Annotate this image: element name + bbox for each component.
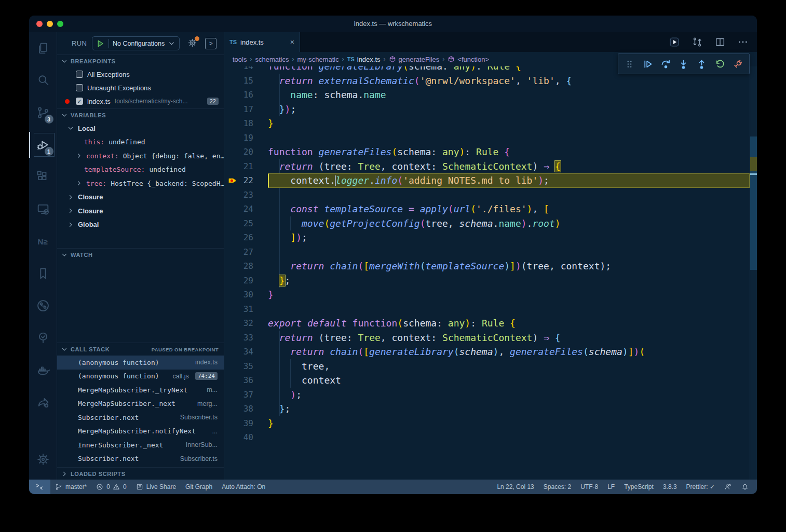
status-language-mode[interactable]: TypeScript (619, 480, 658, 494)
status-live-share[interactable]: Live Share (131, 480, 181, 494)
more-actions-icon[interactable] (737, 36, 749, 48)
activity-bar-item-nx-console[interactable]: N≥ (29, 225, 57, 257)
status-eol[interactable]: LF (603, 480, 619, 494)
step-out-icon[interactable] (696, 59, 707, 70)
overview-ruler-scrollbar[interactable] (750, 66, 757, 480)
line-number[interactable]: 35 (224, 359, 253, 374)
variables-scope-closure[interactable]: Closure (57, 190, 224, 204)
code-line-32[interactable]: 32export default function(schema: any): … (224, 316, 757, 331)
paused-breakpoint-arrow-icon[interactable] (228, 176, 238, 187)
code-line-18[interactable]: 18} (224, 116, 757, 131)
status-git-graph[interactable]: Git Graph (181, 480, 217, 494)
code-line-33[interactable]: 33 return (tree: Tree, context: Schemati… (224, 331, 757, 345)
variable-tree[interactable]: tree:HostTree {_backend: ScopedH… (57, 176, 224, 190)
status-git-branch[interactable]: master* (50, 480, 91, 494)
code-line-22[interactable]: 22 context.logger.info('adding NOTES.md … (224, 173, 757, 188)
code-line-34[interactable]: 34 return chain([generateLibrary(schema)… (224, 345, 757, 359)
call-stack-header[interactable]: CALL STACK PAUSED ON BREAKPOINT (57, 343, 224, 356)
code-line-30[interactable]: 30} (224, 288, 757, 302)
status-notifications[interactable] (737, 480, 754, 494)
breadcrumb-item-2[interactable]: schematics (255, 56, 289, 63)
code-line-38[interactable]: 38 }; (224, 402, 757, 416)
line-number[interactable]: 39 (224, 416, 253, 431)
call-stack-frame[interactable]: Subscriber.nextSubscriber.ts (57, 411, 224, 425)
line-number[interactable]: 40 (224, 430, 253, 445)
code-line-36[interactable]: 36 context (224, 373, 757, 388)
status-auto-attach[interactable]: Auto Attach: On (217, 480, 270, 494)
code-line-19[interactable]: 19 (224, 131, 757, 145)
variables-scope-local[interactable]: Local (57, 121, 224, 135)
scrollbar-thumb[interactable] (750, 137, 757, 270)
status-feedback[interactable] (720, 480, 737, 494)
breakpoint-checkbox[interactable]: ✓ (76, 98, 83, 105)
line-number[interactable]: 21 (224, 159, 253, 174)
code-line-27[interactable]: 27 (224, 245, 757, 260)
code-line-23[interactable]: 23 (224, 188, 757, 202)
code-line-37[interactable]: 37 ); (224, 388, 757, 402)
code-area[interactable]: 14function generateLibrary(schema: any):… (224, 66, 757, 480)
line-number[interactable]: 29 (224, 274, 253, 288)
call-stack-frame[interactable]: Subscriber.nextSubscriber.ts (57, 452, 224, 466)
launch-configuration-dropdown[interactable]: No Configurations (92, 36, 180, 50)
code-line-24[interactable]: 24 const templateSource = apply(url('./f… (224, 202, 757, 216)
code-line-15[interactable]: 15 return externalSchematic('@nrwl/works… (224, 74, 757, 88)
line-number[interactable]: 26 (224, 230, 253, 245)
debug-console-button[interactable]: > (205, 38, 216, 49)
call-stack-frame[interactable]: InnerSubscriber._nextInnerSub... (57, 438, 224, 452)
activity-bar-item-source-control[interactable]: 3 (29, 97, 57, 129)
restart-icon[interactable] (714, 59, 725, 70)
line-number[interactable]: 31 (224, 302, 253, 317)
line-number[interactable]: 17 (224, 102, 253, 117)
code-line-40[interactable]: 40 (224, 430, 757, 445)
run-code-icon[interactable] (669, 36, 680, 48)
code-line-21[interactable]: 21 return (tree: Tree, context: Schemati… (224, 159, 757, 174)
activity-bar-item-git-graph[interactable] (29, 290, 57, 322)
code-line-28[interactable]: 28 return chain([mergeWith(templateSourc… (224, 259, 757, 274)
call-stack-frame[interactable]: MergeMapSubscriber._tryNextm... (57, 383, 224, 397)
activity-bar-item-docker[interactable] (29, 354, 57, 386)
line-number[interactable]: 28 (224, 259, 253, 274)
line-number[interactable]: 16 (224, 88, 253, 102)
status-cursor-position[interactable]: Ln 22, Col 13 (492, 480, 538, 494)
code-line-35[interactable]: 35 tree, (224, 359, 757, 374)
activity-bar-item-run-debug[interactable]: 1 (29, 129, 57, 161)
activity-bar-item-settings[interactable] (29, 443, 57, 475)
line-number[interactable]: 14 (224, 66, 253, 74)
breadcrumb-item-4[interactable]: TSindex.ts (347, 56, 381, 63)
line-number[interactable]: 36 (224, 373, 253, 388)
code-line-17[interactable]: 17 }); (224, 102, 757, 117)
tab-index-ts[interactable]: TS index.ts × (224, 32, 300, 52)
breadcrumb-item-6[interactable]: <function> (448, 56, 489, 63)
continue-icon[interactable] (642, 59, 653, 70)
line-number[interactable]: 34 (224, 345, 253, 359)
status-prettier[interactable]: Prettier: ✓ (682, 480, 720, 494)
activity-bar-item-extensions[interactable] (29, 161, 57, 193)
call-stack-frame[interactable]: MergeMapSubscriber.notifyNext... (57, 425, 224, 439)
activity-bar-item-test-explorer[interactable] (29, 322, 57, 354)
code-line-39[interactable]: 39} (224, 416, 757, 431)
line-number[interactable]: 25 (224, 216, 253, 231)
line-number[interactable]: 30 (224, 288, 253, 302)
code-line-31[interactable]: 31 (224, 302, 757, 317)
activity-bar-item-search[interactable] (29, 64, 57, 97)
code-line-29[interactable]: 29 }; (224, 274, 757, 288)
step-into-icon[interactable] (678, 59, 689, 70)
line-number[interactable]: 18 (224, 116, 253, 131)
compare-changes-icon[interactable] (692, 36, 703, 48)
code-line-26[interactable]: 26 ]); (224, 230, 757, 245)
call-stack-frame[interactable]: (anonymous function)index.ts (57, 356, 224, 370)
line-number[interactable]: 19 (224, 131, 253, 145)
status-ts-version[interactable]: 3.8.3 (658, 480, 682, 494)
variables-header[interactable]: VARIABLES (57, 109, 224, 121)
line-number[interactable]: 38 (224, 402, 253, 416)
breakpoint-row[interactable]: All Exceptions (57, 67, 224, 81)
variable-this[interactable]: this:undefined (57, 135, 224, 149)
variable-context[interactable]: context:Object {debug: false, en… (57, 149, 224, 163)
disconnect-icon[interactable] (733, 59, 743, 70)
step-over-icon[interactable] (660, 59, 671, 70)
breakpoint-row[interactable]: ✓index.tstools/schematics/my-sch...22 (57, 94, 224, 108)
line-number[interactable]: 32 (224, 316, 253, 331)
breakpoint-checkbox[interactable] (76, 84, 83, 91)
status-problems[interactable]: 00 (91, 480, 131, 494)
call-stack-frame[interactable]: MergeMapSubscriber._nextmerg... (57, 397, 224, 411)
